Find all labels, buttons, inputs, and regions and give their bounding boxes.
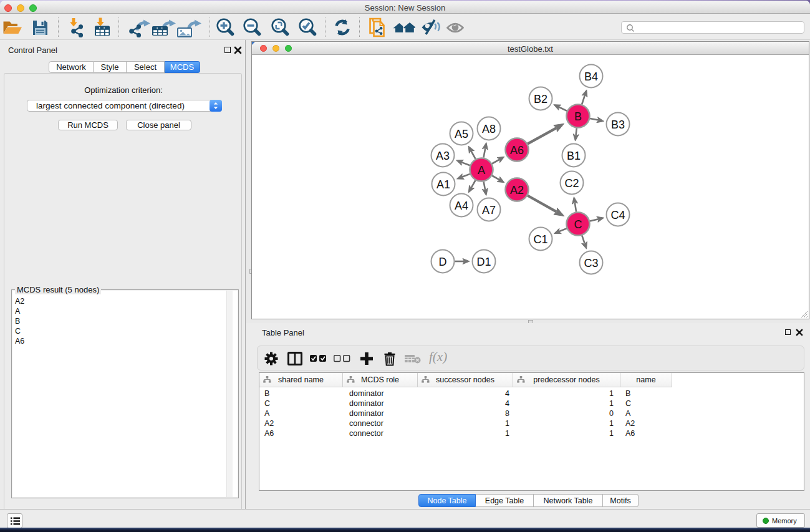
svg-text:A8: A8 (482, 123, 496, 135)
svg-text:B: B (574, 110, 582, 123)
svg-text:C1: C1 (533, 233, 547, 246)
svg-text:C: C (574, 218, 582, 231)
svg-text:A7: A7 (482, 204, 496, 216)
svg-text:A2: A2 (510, 184, 524, 196)
svg-text:A6: A6 (510, 144, 524, 157)
svg-text:C3: C3 (584, 257, 598, 269)
svg-text:A1: A1 (436, 178, 450, 191)
svg-text:B1: B1 (567, 150, 581, 162)
svg-text:C4: C4 (610, 209, 625, 221)
svg-text:B4: B4 (584, 70, 598, 83)
svg-text:A3: A3 (436, 150, 450, 162)
svg-text:B2: B2 (534, 93, 547, 105)
svg-text:B3: B3 (611, 118, 625, 131)
svg-text:A4: A4 (455, 200, 468, 212)
svg-text:A: A (478, 164, 485, 177)
svg-text:A5: A5 (455, 128, 468, 140)
svg-text:D: D (439, 256, 447, 268)
svg-text:D1: D1 (476, 256, 491, 268)
svg-text:C2: C2 (564, 177, 579, 190)
